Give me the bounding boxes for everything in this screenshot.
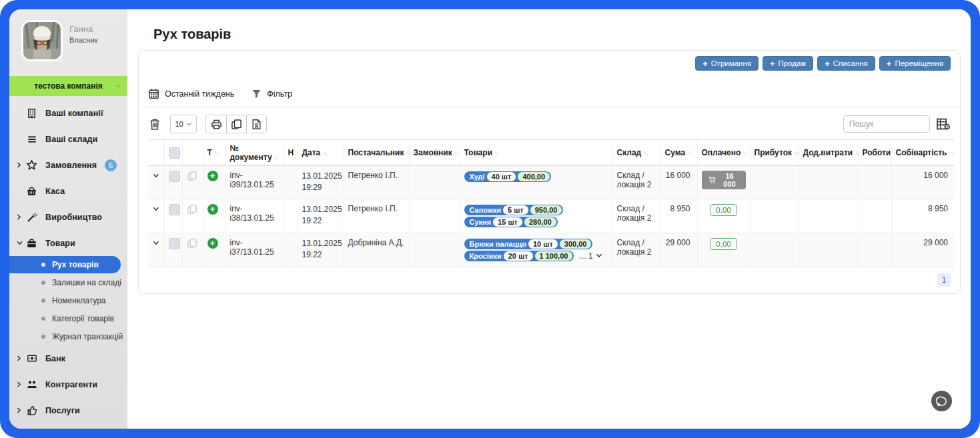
sort-icon[interactable]: ↑↓ (794, 149, 798, 157)
sidebar-item-cashdesk[interactable]: Каса (9, 178, 127, 204)
cell-date: 13.01.202519:29 (298, 166, 344, 199)
chat-fab-button[interactable] (931, 391, 952, 411)
product-pill[interactable]: Брюки палаццо10 шт300,00 (464, 239, 593, 249)
sort-icon[interactable]: ↑↓ (214, 149, 218, 157)
page-size-select[interactable]: 10 (170, 115, 197, 133)
sidebar-item-nomenclature[interactable]: Номенклатура (9, 291, 127, 309)
sidebar-item-companies[interactable]: Ваші компанії (9, 100, 127, 126)
column-header-add_costs: Дод.витрати↑↓ (799, 140, 858, 166)
cell-h (284, 233, 298, 267)
sort-icon[interactable]: ↑↓ (743, 149, 747, 157)
sort-icon[interactable]: ↑↓ (949, 149, 953, 157)
column-label: Замовник (414, 148, 452, 157)
sidebar-item-product-categories[interactable]: Категорії товарів (9, 309, 127, 327)
document-number[interactable]: inv-i38/13.01.25 (230, 204, 274, 223)
chat-icon (936, 395, 948, 407)
funnel-icon (252, 89, 262, 99)
sidebar-subitem-label: Категорії товарів (52, 314, 114, 323)
sidebar-item-warehouses[interactable]: Ваші склади (9, 126, 127, 152)
document-number[interactable]: inv-i39/13.01.25 (230, 171, 274, 189)
page-1-button[interactable]: 1 (937, 273, 951, 287)
column-header-customer: Замовник↑↓ (409, 140, 460, 166)
cell-date: 13.01.202519:22 (298, 233, 344, 267)
cell-select (164, 166, 182, 199)
sale-button[interactable]: +Продаж (763, 56, 813, 71)
product-name: Брюки палаццо (470, 240, 526, 248)
paid-badge[interactable]: 16 000 (702, 171, 746, 189)
sort-icon[interactable]: ↑↓ (855, 149, 859, 157)
sidebar-item-orders[interactable]: Замовлення6 (9, 152, 127, 178)
receive-button[interactable]: +Отримання (695, 56, 759, 71)
filter-button-label: Фільтр (267, 89, 292, 99)
duplicate-button[interactable] (226, 115, 246, 133)
search-input[interactable] (843, 115, 930, 133)
sidebar-item-projects[interactable]: Проєкти (9, 423, 127, 429)
sort-icon[interactable]: ↑↓ (454, 149, 458, 157)
plus-icon: + (702, 59, 708, 68)
user-block[interactable]: Ганна Власник (9, 9, 127, 68)
sidebar-item-bank[interactable]: Банк (9, 345, 127, 371)
row-checkbox[interactable] (169, 204, 180, 215)
sidebar-item-services[interactable]: Послуги (9, 397, 127, 423)
sort-icon[interactable]: ↑↓ (274, 154, 278, 161)
action-button-label: Переміщення (895, 59, 943, 67)
copy-row-icon[interactable] (187, 171, 197, 181)
print-button[interactable] (206, 115, 226, 133)
column-header-products: Товари↑↓ (460, 140, 612, 166)
expand-row-button[interactable] (152, 240, 160, 246)
product-pill[interactable]: Худі40 шт400,00 (464, 171, 552, 182)
paid-badge[interactable]: 0,00 (710, 204, 737, 216)
company-selector[interactable]: тестова компанія (9, 76, 127, 96)
sidebar-item-label: Товари (45, 239, 75, 248)
wand-icon (27, 212, 37, 223)
period-filter[interactable]: Останній тиждень (148, 88, 234, 99)
sidebar-item-production[interactable]: Виробництво (9, 204, 127, 230)
row-checkbox[interactable] (169, 171, 180, 182)
product-pill[interactable]: Сапожки5 шт950,00 (464, 205, 564, 215)
sort-icon[interactable]: ↑↓ (322, 149, 326, 157)
chevron-right-icon (16, 355, 22, 362)
filter-button[interactable]: Фільтр (252, 89, 292, 99)
excel-export-button[interactable] (246, 115, 266, 133)
cell-copy (182, 199, 203, 233)
chevron-right-icon (16, 161, 22, 169)
trash-icon[interactable] (148, 117, 161, 131)
expand-row-button[interactable] (152, 173, 160, 179)
plus-icon: + (770, 59, 775, 68)
column-header-select (164, 140, 182, 166)
product-pill[interactable]: Кросівки20 шт1 100,00 (464, 251, 574, 261)
columns-settings-button[interactable] (936, 117, 951, 131)
calendar-icon (148, 88, 159, 99)
sort-icon[interactable]: ↑↓ (687, 149, 691, 157)
cell-copy (182, 233, 203, 267)
bullet-icon (41, 335, 45, 339)
product-qty-chip: 40 шт (487, 172, 516, 181)
cell-copy (182, 166, 203, 199)
sidebar: Ганна Власник тестова компанія Ваші комп… (9, 9, 127, 429)
writeoff-button[interactable]: +Списання (817, 56, 875, 71)
sidebar-item-transaction-journal[interactable]: Журнал транзакцій (9, 327, 127, 345)
sidebar-item-contractors[interactable]: Контрагенти (9, 371, 127, 397)
row-checkbox[interactable] (169, 238, 180, 249)
sort-icon[interactable]: ↑↓ (643, 149, 647, 157)
copy-row-icon[interactable] (187, 238, 197, 249)
more-products-toggle[interactable]: ... 1 (580, 251, 603, 261)
transfer-button[interactable]: +Переміщення (879, 56, 951, 71)
expand-row-button[interactable] (152, 206, 160, 212)
paid-badge[interactable]: 0,00 (710, 238, 737, 250)
sidebar-item-goods-movement[interactable]: Рух товарів (9, 256, 121, 273)
action-button-label: Продаж (779, 59, 807, 67)
select-all-checkbox[interactable] (169, 147, 180, 159)
product-pill[interactable]: Сукня15 шт280,00 (464, 217, 558, 227)
sidebar-item-stock-remainders[interactable]: Залишки на складі (9, 273, 127, 291)
column-label: Н (288, 148, 294, 157)
sort-icon[interactable]: ↑↓ (406, 149, 410, 157)
supplier-name: Добриніна А.Д. (348, 238, 404, 247)
copy-row-icon[interactable] (187, 204, 197, 215)
sidebar-item-products[interactable]: Товари (9, 230, 127, 256)
cell-products: Худі40 шт400,00 (460, 166, 612, 199)
warehouse-name: Склад / локація 2 (617, 204, 652, 223)
product-price-chip: 280,00 (524, 217, 556, 227)
document-number[interactable]: inv-i37/13.01.25 (230, 238, 274, 257)
sort-icon[interactable]: ↑↓ (494, 149, 498, 157)
